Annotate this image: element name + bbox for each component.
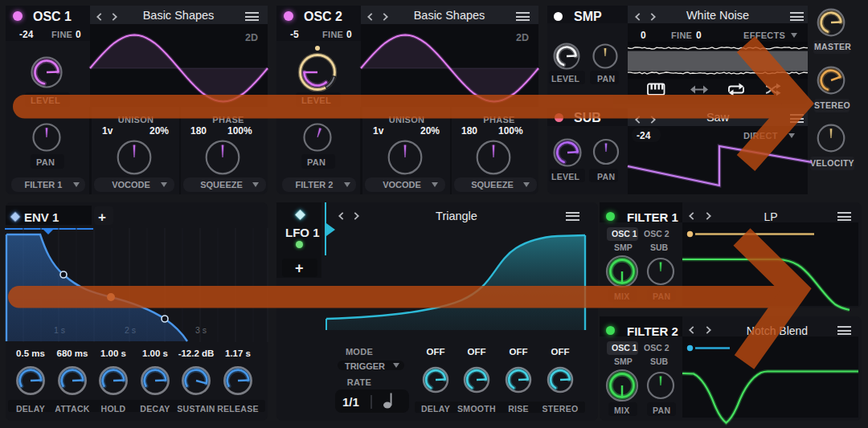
svg-text:3 s: 3 s: [195, 325, 207, 335]
